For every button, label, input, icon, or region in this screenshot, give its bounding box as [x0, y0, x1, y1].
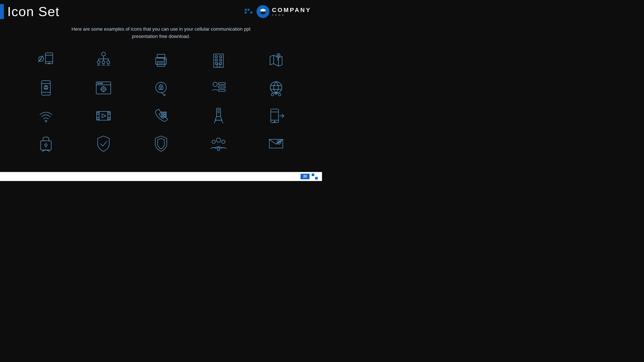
- svg-rect-72: [97, 112, 99, 114]
- svg-point-79: [165, 112, 166, 113]
- svg-point-44: [98, 83, 99, 84]
- wifi-cell: [17, 102, 75, 130]
- svg-rect-106: [218, 148, 220, 151]
- secure-access-icon: [36, 134, 56, 153]
- map-location-icon: [266, 50, 286, 70]
- dot1: [245, 9, 247, 11]
- mobile-export-cell: [247, 102, 305, 130]
- svg-point-66: [271, 93, 274, 96]
- svg-point-48: [102, 88, 104, 90]
- mobile-export-icon: [266, 106, 286, 125]
- contact-mobile-icon: [36, 78, 56, 98]
- footer: 20: [0, 172, 322, 181]
- page-title: Icon Set: [7, 4, 60, 19]
- team-hierarchy-icon: [94, 50, 113, 70]
- logo-text: COMPANY name: [272, 7, 311, 16]
- blue-accent-bar: [0, 4, 4, 19]
- logo-dots-area: [245, 9, 252, 14]
- svg-point-41: [45, 86, 47, 87]
- dot3: [250, 9, 252, 11]
- dot2: [248, 9, 250, 11]
- employee-tasks-cell: [190, 74, 247, 102]
- svg-rect-74: [108, 112, 110, 114]
- shield-check-cell: [75, 130, 132, 158]
- dot4: [245, 11, 247, 13]
- svg-point-99: [45, 144, 47, 146]
- svg-point-68: [45, 120, 47, 122]
- svg-rect-37: [42, 81, 50, 95]
- svg-point-36: [278, 55, 279, 56]
- security-lock-cell: [132, 74, 190, 102]
- svg-point-80: [162, 114, 163, 115]
- svg-point-77: [162, 112, 163, 113]
- dot6: [250, 11, 252, 13]
- svg-point-67: [278, 93, 281, 96]
- svg-rect-1: [46, 53, 53, 64]
- power-tools-icon: [209, 106, 228, 125]
- phone-keypad-cell: [132, 102, 190, 130]
- svg-rect-27: [220, 56, 222, 58]
- group-people-icon: [209, 134, 228, 153]
- top-dots: [245, 9, 252, 13]
- svg-point-83: [162, 116, 163, 117]
- page-number: 20: [300, 174, 310, 179]
- settings-browser-icon: [94, 78, 113, 98]
- svg-point-17: [107, 61, 110, 64]
- svg-point-16: [102, 61, 105, 64]
- wifi-icon: [36, 106, 56, 125]
- svg-point-82: [165, 114, 166, 115]
- dot5: [248, 11, 250, 13]
- svg-point-78: [163, 112, 165, 113]
- global-team-cell: [247, 74, 305, 102]
- video-film-cell: [75, 102, 132, 130]
- svg-point-35: [277, 54, 280, 57]
- svg-rect-28: [215, 59, 217, 61]
- team-hierarchy-cell: [75, 46, 132, 74]
- company-name: COMPANY: [272, 7, 311, 13]
- contact-mobile-cell: [17, 74, 75, 102]
- icons-grid: $: [0, 46, 322, 158]
- svg-rect-61: [218, 89, 226, 91]
- svg-point-85: [165, 116, 166, 117]
- svg-line-90: [214, 120, 216, 123]
- svg-point-96: [274, 121, 275, 122]
- building-cell: [190, 46, 247, 74]
- phone-keypad-icon: [151, 106, 171, 125]
- shield-cell: [132, 130, 190, 158]
- svg-point-62: [270, 82, 282, 93]
- video-film-icon: [94, 106, 113, 125]
- mobile-payment-cell: $: [17, 46, 75, 74]
- svg-marker-76: [102, 114, 106, 118]
- footer-dots: [312, 173, 318, 179]
- slide: Icon Set COMPANY: [0, 0, 322, 181]
- svg-rect-98: [40, 141, 51, 150]
- svg-rect-69: [97, 111, 110, 120]
- svg-point-9: [102, 52, 106, 56]
- subtitle-text: Here are some examples of icons that you…: [64, 25, 258, 40]
- footer-dot-2: [315, 173, 318, 176]
- printer-icon: [151, 50, 171, 70]
- security-lock-icon: [151, 78, 171, 98]
- group-people-cell: [190, 130, 247, 158]
- header: Icon Set COMPANY: [0, 0, 322, 19]
- svg-point-104: [212, 140, 216, 143]
- svg-point-15: [97, 61, 100, 64]
- title-bar: Icon Set: [0, 4, 60, 19]
- mobile-payment-icon: $: [36, 50, 56, 70]
- svg-rect-59: [218, 82, 226, 84]
- svg-point-103: [216, 138, 221, 142]
- svg-point-84: [163, 116, 165, 117]
- email-cell: [247, 130, 305, 158]
- svg-point-105: [222, 140, 225, 143]
- svg-rect-29: [220, 59, 222, 61]
- company-sub: name: [272, 13, 285, 16]
- svg-line-91: [222, 120, 223, 123]
- svg-point-81: [163, 114, 165, 115]
- svg-rect-86: [216, 108, 220, 116]
- email-icon: [266, 134, 286, 153]
- footer-dot-1: [312, 173, 314, 176]
- employee-tasks-icon: [209, 78, 228, 98]
- logo-icon-svg: [256, 4, 270, 19]
- footer-dot-3: [312, 177, 314, 179]
- svg-point-46: [102, 83, 102, 84]
